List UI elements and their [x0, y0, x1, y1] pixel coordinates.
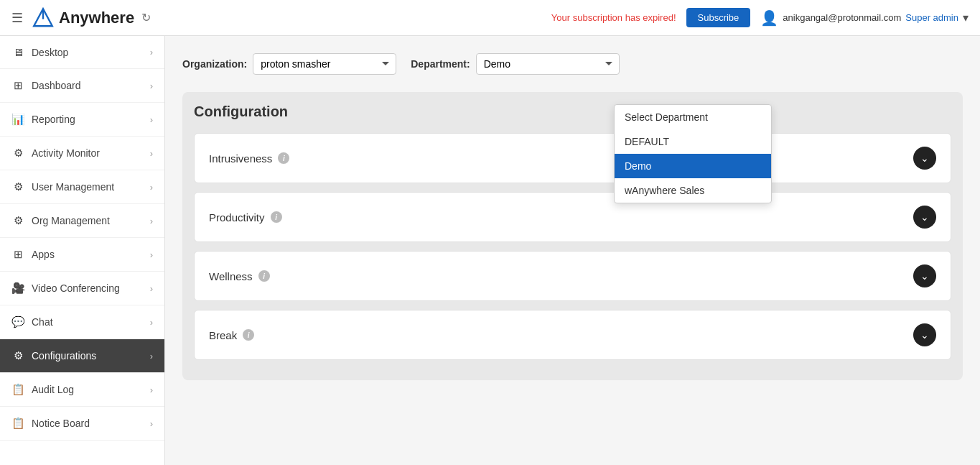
- refresh-icon[interactable]: ↻: [141, 11, 151, 24]
- header-left: ☰ Anywhere ↻: [11, 6, 151, 29]
- dropdown-item-demo[interactable]: Demo: [615, 154, 771, 178]
- sidebar-item-label: Dashboard: [32, 80, 81, 91]
- logo-area: Anywhere ↻: [32, 6, 151, 29]
- user-avatar-icon: 👤: [760, 9, 778, 27]
- desktop-icon: 🖥: [11, 46, 24, 58]
- productivity-toggle-button[interactable]: ⌄: [913, 206, 936, 229]
- dept-field-group: Department: Demo: [411, 53, 619, 75]
- sidebar-item-apps[interactable]: ⊞ Apps ›: [0, 238, 164, 272]
- chevron-right-icon: ›: [150, 80, 153, 91]
- org-label: Organization:: [182, 58, 247, 70]
- audit-log-icon: 📋: [11, 383, 24, 396]
- sidebar-item-org-management[interactable]: ⚙ Org Management ›: [0, 204, 164, 238]
- video-conferencing-icon: 🎥: [11, 282, 24, 295]
- chevron-right-icon: ›: [150, 216, 153, 226]
- main-content: Organization: proton smasher Department:…: [165, 36, 980, 465]
- sidebar-item-label: Org Management: [32, 215, 110, 226]
- subscription-expired-text: Your subscription has expired!: [551, 12, 676, 23]
- user-dropdown-arrow[interactable]: ▾: [963, 11, 969, 24]
- activity-monitor-icon: ⚙: [11, 147, 24, 160]
- sidebar-item-video-conferencing[interactable]: 🎥 Video Conferencing ›: [0, 272, 164, 305]
- menu-icon[interactable]: ☰: [11, 10, 23, 26]
- sidebar-item-reporting[interactable]: 📊 Reporting ›: [0, 103, 164, 137]
- break-title: Break: [209, 329, 237, 341]
- dropdown-item-default[interactable]: DEFAULT: [615, 129, 771, 154]
- productivity-info-icon[interactable]: i: [271, 211, 282, 223]
- chevron-right-icon: ›: [150, 418, 153, 429]
- sidebar-item-activity-monitor[interactable]: ⚙ Activity Monitor ›: [0, 137, 164, 170]
- user-email: anikgangal@protonmail.com: [783, 12, 901, 23]
- chevron-right-icon: ›: [150, 148, 153, 159]
- sidebar-item-dashboard[interactable]: ⊞ Dashboard ›: [0, 69, 164, 103]
- config-card-productivity: Productivity i ⌄: [194, 192, 951, 242]
- department-dropdown: Select Department DEFAULT Demo wAnywhere…: [614, 104, 772, 203]
- wellness-toggle-button[interactable]: ⌄: [913, 264, 936, 287]
- chevron-right-icon: ›: [150, 249, 153, 260]
- wellness-info-icon[interactable]: i: [258, 270, 270, 282]
- org-select[interactable]: proton smasher: [253, 53, 396, 75]
- chevron-right-icon: ›: [150, 182, 153, 193]
- sidebar-item-chat[interactable]: 💬 Chat ›: [0, 305, 164, 339]
- chevron-right-icon: ›: [150, 385, 153, 395]
- sidebar-item-user-management[interactable]: ⚙ User Management ›: [0, 170, 164, 204]
- dept-select[interactable]: Demo: [476, 53, 620, 75]
- break-toggle-button[interactable]: ⌄: [913, 323, 936, 346]
- toolbar-row: Organization: proton smasher Department:…: [182, 53, 963, 75]
- intrusiveness-toggle-button[interactable]: ⌄: [913, 147, 936, 170]
- configurations-icon: ⚙: [11, 349, 24, 362]
- org-field-group: Organization: proton smasher: [182, 53, 396, 75]
- user-management-icon: ⚙: [11, 180, 24, 193]
- intrusiveness-title: Intrusiveness: [209, 152, 272, 165]
- dropdown-item-wanywhere-sales[interactable]: wAnywhere Sales: [615, 178, 771, 203]
- config-card-intrusiveness: Intrusiveness i ⌄: [194, 133, 951, 183]
- wellness-title: Wellness: [209, 270, 253, 282]
- sidebar-item-label: Audit Log: [32, 384, 74, 395]
- dashboard-icon: ⊞: [11, 79, 24, 92]
- sidebar-item-configurations[interactable]: ⚙ Configurations ›: [0, 339, 164, 373]
- reporting-icon: 📊: [11, 113, 24, 126]
- app-title: Anywhere: [59, 9, 134, 27]
- dept-label: Department:: [411, 58, 470, 70]
- header: ☰ Anywhere ↻ Your subscription has expir…: [0, 0, 980, 36]
- config-card-wellness: Wellness i ⌄: [194, 251, 951, 301]
- sidebar-item-label: Activity Monitor: [32, 147, 100, 159]
- chevron-right-icon: ›: [150, 114, 153, 125]
- sidebar-item-label: Reporting: [32, 114, 75, 125]
- sidebar-item-label: Notice Board: [32, 418, 90, 429]
- sidebar-item-label: Video Conferencing: [32, 282, 120, 294]
- sidebar-item-audit-log[interactable]: 📋 Audit Log ›: [0, 373, 164, 407]
- sidebar-item-notice-board[interactable]: 📋 Notice Board ›: [0, 407, 164, 441]
- chevron-right-icon: ›: [150, 351, 153, 362]
- sidebar: 🖥 Desktop › ⊞ Dashboard › 📊 Reporting › …: [0, 36, 165, 465]
- config-title: Configuration: [194, 103, 951, 120]
- sidebar-item-desktop[interactable]: 🖥 Desktop ›: [0, 36, 164, 69]
- config-card-break: Break i ⌄: [194, 310, 951, 360]
- chevron-right-icon: ›: [150, 317, 153, 328]
- intrusiveness-info-icon[interactable]: i: [278, 152, 289, 164]
- org-management-icon: ⚙: [11, 214, 24, 227]
- sidebar-item-label: User Management: [32, 181, 114, 193]
- user-area[interactable]: 👤 anikgangal@protonmail.com Super admin …: [760, 9, 969, 27]
- sidebar-item-label: Chat: [32, 316, 53, 328]
- productivity-title: Productivity: [209, 211, 265, 224]
- break-info-icon[interactable]: i: [243, 329, 254, 341]
- dropdown-item-select[interactable]: Select Department: [615, 105, 771, 129]
- chevron-right-icon: ›: [150, 283, 153, 294]
- super-admin-label: Super admin: [905, 12, 958, 23]
- chat-icon: 💬: [11, 316, 24, 328]
- config-section: Configuration Intrusiveness i ⌄ Producti…: [182, 92, 963, 380]
- notice-board-icon: 📋: [11, 417, 24, 430]
- sidebar-item-label: Desktop: [32, 47, 68, 58]
- subscribe-button[interactable]: Subscribe: [686, 8, 751, 27]
- logo-icon: [32, 6, 55, 29]
- sidebar-item-label: Apps: [32, 249, 55, 260]
- apps-icon: ⊞: [11, 248, 24, 261]
- layout: 🖥 Desktop › ⊞ Dashboard › 📊 Reporting › …: [0, 36, 980, 465]
- chevron-right-icon: ›: [150, 47, 153, 57]
- header-right: Your subscription has expired! Subscribe…: [551, 8, 969, 27]
- sidebar-item-label: Configurations: [32, 350, 96, 362]
